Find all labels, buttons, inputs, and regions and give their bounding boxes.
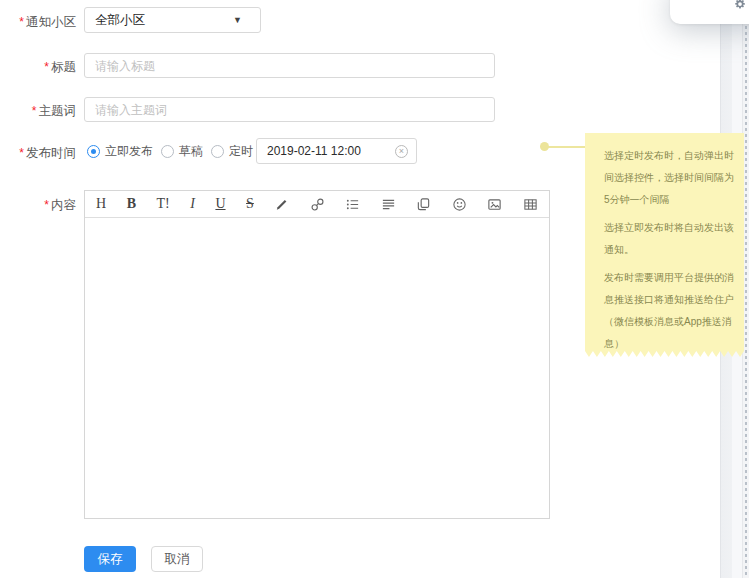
field-label-community: *通知小区 xyxy=(0,14,76,31)
cancel-button[interactable]: 取消 xyxy=(151,546,203,572)
toolbar-list-button[interactable] xyxy=(345,194,360,214)
content-editor: H B T! I U S xyxy=(84,190,550,519)
community-select-value: 全部小区 xyxy=(95,12,233,29)
pencil-icon xyxy=(274,197,289,212)
datetime-value: 2019-02-11 12:00 xyxy=(267,144,395,158)
field-label-content: *内容 xyxy=(0,197,76,214)
field-label-keywords: *主题词 xyxy=(0,103,76,120)
toolbar-link-button[interactable] xyxy=(310,194,325,214)
editor-toolbar: H B T! I U S xyxy=(85,191,549,218)
radio-icon xyxy=(161,145,174,158)
toolbar-image-button[interactable] xyxy=(487,194,502,214)
toolbar-heading-button[interactable]: H xyxy=(96,194,106,214)
publish-time-radio-group: 立即发布 草稿 定时 xyxy=(87,138,253,164)
emoji-icon xyxy=(452,197,467,212)
toolbar-bold-button[interactable]: B xyxy=(127,194,136,214)
required-asterisk: * xyxy=(19,15,24,29)
editor-content-area[interactable] xyxy=(85,218,549,518)
image-icon xyxy=(487,197,502,212)
toolbar-emoji-button[interactable] xyxy=(452,194,467,214)
prototype-canvas: *通知小区 全部小区 ▼ *标题 *主题词 *发布时间 立即发布 草稿 定时 2… xyxy=(0,0,749,578)
title-input[interactable] xyxy=(84,53,495,78)
toolbar-copy-button[interactable] xyxy=(416,194,431,214)
keywords-input[interactable] xyxy=(84,97,495,122)
align-icon xyxy=(381,197,396,212)
link-icon xyxy=(310,197,325,212)
chevron-down-icon: ▼ xyxy=(233,15,242,25)
radio-option-publish-now[interactable]: 立即发布 xyxy=(87,143,153,160)
required-asterisk: * xyxy=(19,146,24,160)
list-icon xyxy=(345,197,360,212)
note-paragraph: 发布时需要调用平台提供的消息推送接口将通知推送给住户（微信模板消息或App推送消… xyxy=(604,267,736,355)
toolbar-pencil-button[interactable] xyxy=(274,194,289,214)
note-connector-line xyxy=(545,146,586,148)
note-paragraph: 选择定时发布时，自动弹出时间选择控件，选择时间间隔为5分钟一个间隔 xyxy=(604,145,736,211)
radio-option-draft[interactable]: 草稿 xyxy=(161,143,203,160)
radio-icon xyxy=(211,145,224,158)
toolbar-align-button[interactable] xyxy=(381,194,396,214)
datetime-input[interactable]: 2019-02-11 12:00 × xyxy=(256,138,417,164)
field-label-publish-time: *发布时间 xyxy=(0,145,76,162)
clear-icon[interactable]: × xyxy=(395,145,408,158)
radio-icon xyxy=(87,145,100,158)
required-asterisk: * xyxy=(44,198,49,212)
copy-icon xyxy=(416,197,431,212)
note-connector-dot xyxy=(540,142,549,151)
toolbar-italic-button[interactable]: I xyxy=(190,194,195,214)
toolbar-underline-button[interactable]: U xyxy=(215,194,225,214)
field-label-title: *标题 xyxy=(0,59,76,76)
toolbar-table-button[interactable] xyxy=(523,194,538,214)
toolbar-font-size-button[interactable]: T! xyxy=(157,194,170,214)
community-select[interactable]: 全部小区 ▼ xyxy=(84,7,261,33)
required-asterisk: * xyxy=(32,104,37,118)
radio-option-scheduled[interactable]: 定时 xyxy=(211,143,253,160)
note-paragraph: 选择立即发布时将自动发出该通知。 xyxy=(604,217,736,261)
selection-dashed-line xyxy=(745,20,747,578)
required-asterisk: * xyxy=(44,60,49,74)
sticky-note: 选择定时发布时，自动弹出时间选择控件，选择时间间隔为5分钟一个间隔 选择立即发布… xyxy=(585,133,744,357)
save-button[interactable]: 保存 xyxy=(84,546,136,572)
toolbar-strikethrough-button[interactable]: S xyxy=(246,194,254,214)
gear-icon[interactable] xyxy=(734,0,746,14)
table-icon xyxy=(523,197,538,212)
